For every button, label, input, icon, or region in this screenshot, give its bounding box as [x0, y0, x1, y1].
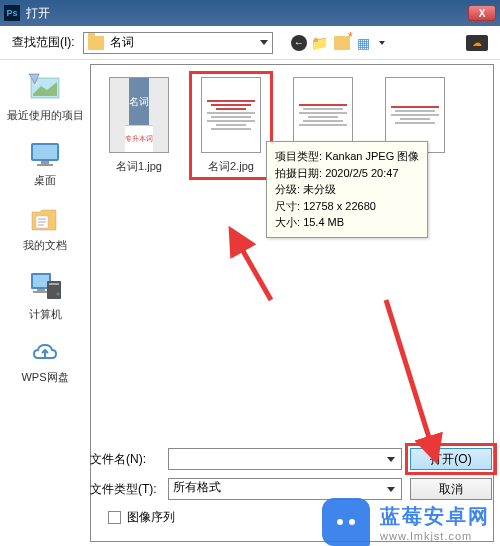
view-menu-icon[interactable]: ▦ — [355, 34, 373, 52]
image-sequence-label: 图像序列 — [127, 509, 175, 526]
svg-rect-12 — [37, 289, 45, 291]
computer-icon — [27, 271, 63, 303]
sidebar-label: 最近使用的项目 — [7, 108, 84, 123]
filetype-label: 文件类型(T): — [90, 481, 160, 498]
file-name: 名词1.jpg — [116, 159, 162, 174]
desktop-icon — [29, 141, 61, 169]
close-button[interactable]: X — [468, 5, 496, 21]
filetype-dropdown[interactable]: 所有格式 — [168, 478, 402, 500]
mydocs-icon — [30, 206, 60, 234]
cancel-button[interactable]: 取消 — [410, 478, 492, 500]
open-button[interactable]: 打开(O) — [410, 448, 492, 470]
sidebar-item-computer[interactable]: 计算机 — [27, 271, 63, 322]
svg-rect-4 — [41, 161, 49, 164]
cloud-upload-icon[interactable]: ☁ — [466, 35, 488, 51]
chevron-down-icon[interactable] — [379, 41, 385, 45]
places-sidebar: 最近使用的项目 桌面 我的文档 — [0, 60, 90, 546]
svg-line-20 — [386, 300, 436, 460]
sidebar-item-mydocs[interactable]: 我的文档 — [23, 206, 67, 253]
file-thumbnail: 名词 专升本词 — [109, 77, 169, 153]
svg-rect-13 — [33, 291, 49, 293]
toolbar: 查找范围(I): 名词 ← 📁 ▦ ☁ — [0, 26, 500, 60]
annotation-arrow-icon — [376, 290, 446, 470]
filetype-row: 文件类型(T): 所有格式 取消 — [90, 478, 492, 500]
up-folder-icon[interactable]: 📁 — [311, 34, 329, 52]
watermark-text: 蓝莓安卓网 www.lmkjst.com — [380, 503, 490, 542]
watermark: 蓝莓安卓网 www.lmkjst.com — [322, 498, 490, 546]
svg-point-16 — [57, 293, 60, 296]
sidebar-label: WPS网盘 — [21, 370, 68, 385]
filename-input[interactable] — [168, 448, 402, 470]
wps-cloud-icon — [30, 340, 60, 366]
sidebar-label: 桌面 — [34, 173, 56, 188]
filename-label: 文件名(N): — [90, 451, 160, 468]
lookin-label: 查找范围(I): — [12, 34, 75, 51]
svg-line-18 — [231, 230, 271, 300]
file-item[interactable]: 名词2.jpg — [195, 77, 267, 174]
chevron-down-icon — [260, 40, 268, 45]
svg-rect-11 — [33, 275, 49, 287]
nav-icons: ← 📁 ▦ — [291, 34, 385, 52]
file-item[interactable]: 名词 专升本词 名词1.jpg — [103, 77, 175, 174]
image-sequence-checkbox[interactable] — [108, 511, 121, 524]
bottom-panel: 文件名(N): 打开(O) 文件类型(T): 所有格式 取消 — [90, 448, 492, 500]
back-icon[interactable]: ← — [291, 35, 307, 51]
new-folder-icon[interactable] — [333, 34, 351, 52]
folder-icon — [88, 36, 104, 50]
recent-icon — [27, 72, 63, 104]
window-title: 打开 — [26, 5, 468, 22]
chevron-down-icon — [387, 487, 395, 492]
file-name: 名词2.jpg — [208, 159, 254, 174]
titlebar: Ps 打开 X — [0, 0, 500, 26]
file-thumbnail — [201, 77, 261, 153]
sidebar-label: 计算机 — [29, 307, 62, 322]
image-sequence-row: 图像序列 — [108, 509, 175, 526]
app-icon: Ps — [4, 5, 20, 21]
sidebar-item-wps[interactable]: WPS网盘 — [21, 340, 68, 385]
sidebar-item-recent[interactable]: 最近使用的项目 — [7, 72, 84, 123]
current-folder-name: 名词 — [110, 34, 134, 51]
svg-rect-5 — [37, 164, 53, 166]
filename-row: 文件名(N): 打开(O) — [90, 448, 492, 470]
svg-rect-15 — [49, 283, 59, 285]
sidebar-label: 我的文档 — [23, 238, 67, 253]
file-tooltip: 项目类型: Kankan JPEG 图像 拍摄日期: 2020/2/5 20:4… — [266, 141, 428, 238]
sidebar-item-desktop[interactable]: 桌面 — [29, 141, 61, 188]
lookin-dropdown[interactable]: 名词 — [83, 32, 273, 54]
chevron-down-icon — [387, 457, 395, 462]
svg-rect-3 — [33, 145, 57, 159]
watermark-logo-icon — [322, 498, 370, 546]
